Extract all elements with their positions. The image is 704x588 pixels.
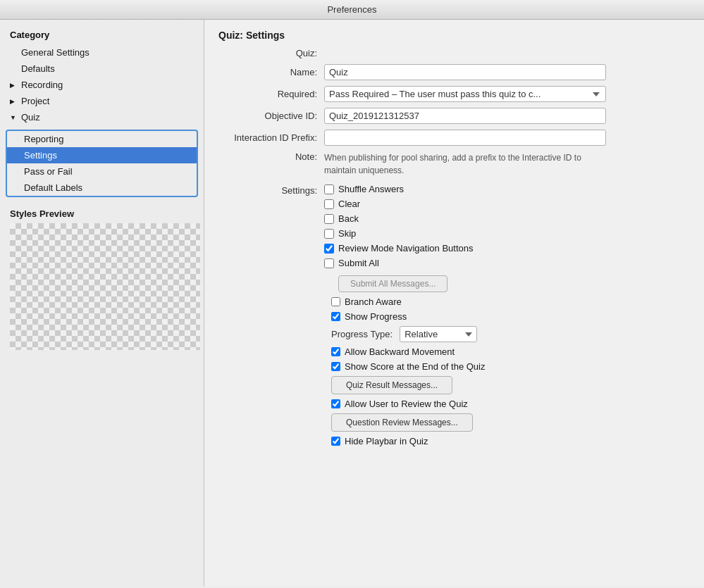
- review-mode-checkbox[interactable]: [324, 244, 334, 254]
- sidebar-item-label: Defaults: [21, 63, 55, 74]
- sidebar-item-recording[interactable]: ▶ Recording: [0, 77, 204, 93]
- shuffle-answers-row: Shuffle Answers: [324, 184, 474, 194]
- quiz-label: Quiz:: [218, 48, 317, 58]
- review-mode-label: Review Mode Navigation Buttons: [338, 243, 474, 254]
- name-input[interactable]: [324, 64, 606, 80]
- clear-checkbox[interactable]: [324, 199, 334, 209]
- arrow-icon: ▶: [10, 82, 20, 89]
- question-review-messages-button[interactable]: Question Review Messages...: [331, 413, 473, 432]
- clear-label: Clear: [338, 199, 360, 209]
- sidebar-item-project[interactable]: ▶ Project: [0, 93, 204, 109]
- objective-id-label: Objective ID:: [218, 111, 317, 121]
- branch-aware-label: Branch Aware: [345, 296, 402, 307]
- hide-playbar-label: Hide Playbar in Quiz: [345, 436, 428, 446]
- sidebar-item-label: Recording: [21, 80, 63, 90]
- interaction-id-input[interactable]: [324, 130, 606, 146]
- show-score-row: Show Score at the End of the Quiz: [331, 361, 690, 372]
- skip-row: Skip: [324, 228, 474, 239]
- submit-all-label: Submit All: [338, 258, 379, 268]
- sidebar-quiz-border: Reporting Settings Pass or Fail Default …: [6, 130, 198, 197]
- allow-backward-checkbox[interactable]: [331, 347, 340, 356]
- arrow-icon: ▼: [10, 114, 20, 121]
- settings-label: Settings:: [218, 184, 317, 196]
- allow-backward-row: Allow Backward Movement: [331, 346, 690, 357]
- sidebar-item-pass-or-fail[interactable]: Pass or Fail: [7, 163, 197, 180]
- sidebar-item-label: Pass or Fail: [24, 166, 73, 177]
- content-area: Quiz: Settings Quiz: Name: Required: Pas…: [204, 20, 704, 587]
- submit-all-checkbox[interactable]: [324, 258, 334, 268]
- progress-type-row: Progress Type: Relative Absolute: [331, 326, 690, 342]
- sidebar-item-quiz[interactable]: ▼ Quiz: [0, 109, 204, 125]
- back-row: Back: [324, 213, 474, 224]
- branch-aware-row: Branch Aware: [331, 296, 690, 307]
- sidebar-item-general-settings[interactable]: General Settings: [0, 44, 204, 61]
- show-progress-row: Show Progress: [331, 311, 690, 322]
- quiz-result-btn-wrapper: Quiz Result Messages...: [218, 376, 690, 399]
- sidebar-item-label: Settings: [24, 150, 57, 161]
- required-label: Required:: [218, 89, 317, 99]
- titlebar: Preferences: [0, 0, 704, 20]
- settings-checkboxes: Shuffle Answers Clear Back Skip Review M…: [324, 184, 474, 292]
- sidebar-item-label: Reporting: [24, 134, 63, 144]
- sidebar-item-reporting[interactable]: Reporting: [7, 131, 197, 147]
- sidebar-item-default-labels[interactable]: Default Labels: [7, 180, 197, 196]
- back-label: Back: [338, 213, 359, 224]
- note-label: Note:: [218, 151, 317, 162]
- quiz-label-row: Quiz:: [218, 48, 690, 58]
- branch-aware-checkbox[interactable]: [331, 297, 340, 306]
- submit-all-row: Submit All: [324, 258, 474, 268]
- note-text: When publishing for pool sharing, add a …: [324, 151, 592, 177]
- progress-type-select[interactable]: Relative Absolute: [400, 326, 477, 342]
- name-label: Name:: [218, 67, 317, 77]
- arrow-icon: ▶: [10, 98, 20, 105]
- sidebar-item-label: Default Labels: [24, 182, 82, 193]
- sidebar-item-label: Quiz: [21, 112, 40, 123]
- interaction-id-label: Interaction ID Prefix:: [218, 132, 317, 143]
- show-progress-label: Show Progress: [345, 311, 407, 322]
- back-checkbox[interactable]: [324, 214, 334, 224]
- question-review-btn-wrapper: Question Review Messages...: [218, 413, 690, 436]
- clear-row: Clear: [324, 199, 474, 209]
- progress-type-label: Progress Type:: [331, 329, 393, 339]
- show-score-label: Show Score at the End of the Quiz: [345, 361, 485, 372]
- content-title: Quiz: Settings: [218, 30, 690, 41]
- sidebar-item-defaults[interactable]: Defaults: [0, 61, 204, 77]
- shuffle-answers-label: Shuffle Answers: [338, 184, 404, 194]
- styles-preview-title: Styles Preview: [10, 208, 194, 219]
- name-row: Name:: [218, 64, 690, 80]
- titlebar-title: Preferences: [327, 4, 376, 15]
- objective-id-input[interactable]: [324, 108, 606, 124]
- interaction-id-row: Interaction ID Prefix:: [218, 130, 690, 146]
- sidebar-item-label: Project: [21, 96, 49, 106]
- show-progress-checkbox[interactable]: [331, 312, 340, 321]
- sidebar-item-settings[interactable]: Settings: [7, 147, 197, 163]
- review-mode-row: Review Mode Navigation Buttons: [324, 243, 474, 254]
- required-row: Required: Pass Required – The user must …: [218, 86, 690, 102]
- allow-review-checkbox[interactable]: [331, 399, 340, 408]
- settings-row: Settings: Shuffle Answers Clear Back Ski…: [218, 184, 690, 292]
- shuffle-answers-checkbox[interactable]: [324, 184, 334, 194]
- skip-checkbox[interactable]: [324, 229, 334, 239]
- sidebar-title: Category: [0, 27, 204, 44]
- note-row: Note: When publishing for pool sharing, …: [218, 151, 690, 177]
- sidebar-item-label: General Settings: [21, 47, 89, 58]
- allow-backward-label: Allow Backward Movement: [345, 346, 455, 357]
- submit-all-btn-wrapper: Submit All Messages...: [324, 273, 474, 292]
- styles-preview-section: Styles Preview: [0, 201, 204, 357]
- quiz-result-messages-button[interactable]: Quiz Result Messages...: [331, 376, 452, 394]
- skip-label: Skip: [338, 228, 356, 239]
- styles-preview-canvas: [10, 223, 200, 350]
- sidebar: Category General Settings Defaults ▶ Rec…: [0, 20, 204, 587]
- objective-id-row: Objective ID:: [218, 108, 690, 124]
- show-score-checkbox[interactable]: [331, 362, 340, 371]
- allow-review-label: Allow User to Review the Quiz: [345, 399, 468, 409]
- allow-review-row: Allow User to Review the Quiz: [331, 399, 690, 409]
- hide-playbar-checkbox[interactable]: [331, 437, 340, 446]
- required-select[interactable]: Pass Required – The user must pass this …: [324, 86, 606, 102]
- hide-playbar-row: Hide Playbar in Quiz: [331, 436, 690, 446]
- submit-all-messages-button: Submit All Messages...: [338, 275, 447, 292]
